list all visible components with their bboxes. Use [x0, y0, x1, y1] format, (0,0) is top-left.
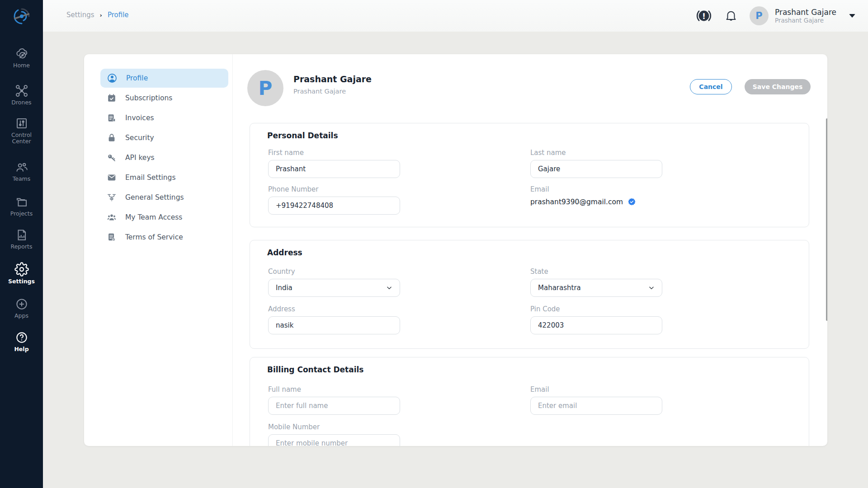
menu-item-my-team-access[interactable]: My Team Access: [100, 208, 228, 227]
billing-email-input[interactable]: [530, 397, 662, 415]
breadcrumb-current: Profile: [108, 11, 129, 19]
user-menu[interactable]: P Prashant Gajare Prashant Gajare: [750, 6, 855, 25]
menu-item-invoices[interactable]: Invoices: [100, 108, 228, 127]
people-group-icon: [107, 212, 117, 222]
profile-subtitle: Prashant Gajare: [293, 88, 346, 95]
country-select[interactable]: India: [268, 279, 400, 297]
breadcrumb-parent[interactable]: Settings: [66, 11, 94, 19]
svg-text:!: !: [702, 12, 706, 21]
pin-code-label: Pin Code: [530, 305, 662, 313]
folder-icon: [15, 195, 28, 209]
cancel-button[interactable]: Cancel: [690, 79, 732, 94]
app-sidebar: Home Drones Control Center Teams Project…: [0, 0, 43, 488]
menu-item-label: Subscriptions: [125, 94, 172, 102]
menu-item-security[interactable]: Security: [100, 128, 228, 147]
first-name-input[interactable]: [268, 160, 400, 178]
breadcrumb-separator-icon: ›: [100, 12, 102, 19]
drone-gear-icon: [107, 192, 117, 202]
menu-item-label: General Settings: [125, 193, 184, 202]
app-logo[interactable]: [0, 3, 43, 30]
chevron-down-icon: [386, 285, 392, 291]
sidebar-item-home[interactable]: Home: [0, 47, 43, 69]
sidebar-item-projects[interactable]: Projects: [0, 195, 43, 217]
billing-email-label: Email: [530, 385, 662, 394]
chevron-down-icon[interactable]: [849, 14, 855, 18]
mobile-number-label: Mobile Number: [268, 423, 400, 431]
mobile-number-input[interactable]: [268, 434, 400, 446]
menu-item-general-settings[interactable]: General Settings: [100, 188, 228, 207]
quadcopter-icon: [15, 84, 28, 98]
key-icon: [107, 153, 117, 163]
last-name-input[interactable]: [530, 160, 662, 178]
teams-people-icon: [15, 160, 28, 174]
content-scrollbar[interactable]: [826, 118, 827, 321]
sidebar-item-apps[interactable]: Apps: [0, 297, 43, 319]
menu-item-label: Profile: [126, 74, 148, 82]
state-select[interactable]: Maharashtra: [530, 279, 662, 297]
sidebar-item-control-center[interactable]: Control Center: [0, 117, 43, 145]
sidebar-item-label: Drones: [0, 99, 43, 106]
sidebar-item-drones[interactable]: Drones: [0, 84, 43, 106]
menu-item-label: Terms of Service: [125, 233, 183, 241]
email-value: prashant9390@gmail.com: [530, 198, 623, 206]
menu-item-label: Invoices: [125, 114, 154, 122]
menu-item-label: Security: [125, 134, 154, 142]
sidebar-item-label: Projects: [0, 211, 43, 217]
menu-item-subscriptions[interactable]: Subscriptions: [100, 89, 228, 108]
avatar: P: [750, 6, 769, 25]
settings-card: Profile Subscriptions Invoices Securit: [84, 54, 827, 446]
address-section: Address Country India State Maharashtra: [250, 240, 809, 349]
home-cloud-drone-icon: [15, 47, 28, 61]
billing-contact-section: Billing Contact Details Full name Email …: [250, 357, 809, 446]
menu-item-label: Email Settings: [125, 174, 176, 182]
sidebar-item-label: Reports: [0, 244, 43, 250]
country-label: Country: [268, 267, 400, 276]
sidebar-item-help[interactable]: Help: [0, 331, 43, 352]
email-label: Email: [530, 185, 662, 193]
phone-number-label: Phone Number: [268, 185, 400, 193]
sidebar-item-label: Center: [0, 138, 43, 145]
section-title: Personal Details: [267, 131, 338, 140]
section-title: Billing Contact Details: [267, 365, 363, 374]
sidebar-item-label: Control: [0, 132, 43, 138]
full-name-input[interactable]: [268, 397, 400, 415]
sidebar-item-reports[interactable]: Reports: [0, 228, 43, 250]
notification-bell-icon[interactable]: [724, 9, 738, 23]
sidebar-item-label: Settings: [0, 278, 43, 285]
menu-item-profile[interactable]: Profile: [100, 69, 228, 88]
sidebar-item-teams[interactable]: Teams: [0, 160, 43, 182]
drone-radar-logo-icon: [11, 5, 33, 27]
circle-plus-icon: [15, 297, 28, 311]
menu-item-terms-of-service[interactable]: Terms of Service: [100, 228, 228, 247]
circle-exclamation-icon[interactable]: !: [695, 7, 712, 24]
calendar-check-icon: [107, 93, 117, 103]
user-subtitle: Prashant Gajare: [775, 17, 836, 24]
profile-name: Prashant Gajare: [293, 74, 372, 84]
topbar: Settings › Profile ! P Prashant Gajare P…: [43, 0, 868, 32]
sidebar-item-settings[interactable]: Settings: [0, 262, 43, 285]
menu-item-email-settings[interactable]: Email Settings: [100, 168, 228, 187]
verified-badge-icon: [627, 197, 636, 206]
personal-details-section: Personal Details First name Last name Ph…: [250, 123, 809, 227]
gear-icon: [14, 262, 29, 277]
menu-item-api-keys[interactable]: API keys: [100, 148, 228, 167]
report-document-icon: [15, 228, 28, 242]
phone-number-input[interactable]: [268, 197, 400, 215]
sidebar-item-label: Teams: [0, 176, 43, 182]
chevron-down-icon: [648, 285, 655, 291]
sidebar-item-label: Help: [0, 346, 43, 352]
profile-content: P Prashant Gajare Prashant Gajare Cancel…: [233, 54, 827, 446]
padlock-icon: [107, 133, 117, 143]
first-name-label: First name: [268, 149, 400, 157]
menu-item-label: API keys: [125, 154, 155, 162]
last-name-label: Last name: [530, 149, 662, 157]
circle-question-icon: [15, 331, 28, 344]
state-label: State: [530, 267, 662, 276]
invoice-icon: [107, 113, 117, 123]
save-changes-button[interactable]: Save Changes: [745, 79, 811, 94]
breadcrumb: Settings › Profile: [66, 11, 129, 19]
pin-code-input[interactable]: [530, 316, 662, 334]
address-input[interactable]: [268, 316, 400, 334]
full-name-label: Full name: [268, 385, 400, 394]
user-name: Prashant Gajare: [775, 8, 836, 17]
